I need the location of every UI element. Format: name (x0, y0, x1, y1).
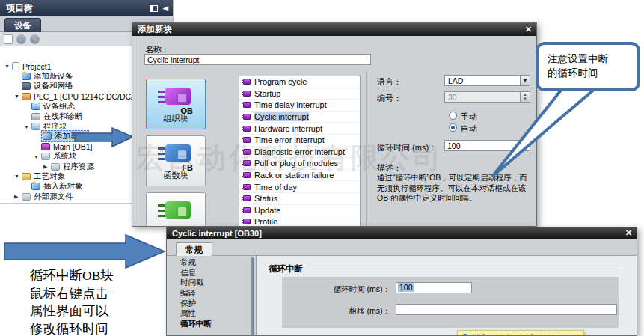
tab-devices[interactable]: 设备 (4, 18, 41, 32)
annotation-text: 循环中断OB块 鼠标右键点击 属性界面可以 修改循环时间 (30, 267, 114, 336)
language-select[interactable]: LAD ▼ (444, 75, 530, 86)
list-item[interactable]: Program cycle (239, 76, 360, 88)
expander-icon[interactable]: ▶ (43, 164, 51, 170)
split-view-icon[interactable] (150, 5, 158, 12)
nav-item-information[interactable]: 信息 (174, 268, 249, 278)
automatic-radio-label[interactable]: 自动 (461, 123, 477, 135)
screenshot-root: 项目树 ◀ 设备 ← → ▼Project1 添加新设备 设备和网络 ▼PLC_… (0, 0, 644, 336)
list-item-label: Time error interrupt (254, 135, 325, 144)
nav-item-timestamp[interactable]: 时间戳 (174, 278, 249, 288)
ob-mini-icon (243, 126, 251, 132)
list-item-label: Time of day (254, 183, 297, 192)
tree-item-label: PLC_1 [CPU 1214C DC/DC/DC] (34, 92, 147, 101)
list-item[interactable]: Status (239, 193, 360, 205)
close-icon[interactable]: ✕ (574, 332, 580, 336)
automatic-radio[interactable] (449, 123, 457, 132)
expander-icon[interactable]: ▼ (14, 94, 22, 99)
tab-general[interactable]: 常规 (176, 242, 212, 256)
ob-mini-icon (243, 79, 251, 85)
ob-type-list: Program cycle Startup Time delay interru… (239, 76, 361, 227)
ob-mini-icon (243, 114, 251, 120)
ob30-tabstrip: 常规 (167, 239, 637, 256)
description-label: 描述： (377, 162, 402, 174)
system-blocks-icon (41, 153, 50, 160)
ob-mini-icon (243, 207, 251, 213)
add-block-dialog-titlebar[interactable]: 添加新块 ✕ (132, 23, 536, 36)
cyclic-interrupt-section: 循环中断 循环时间 (ms)： 100 相移 (ms)： i ✕ 输入一个介于 … (256, 256, 637, 336)
ob-mini-icon (243, 195, 251, 201)
list-item[interactable]: Pull or plug of modules (239, 158, 360, 170)
ob-mini-icon (243, 160, 251, 166)
number-value: 30 (448, 93, 457, 102)
add-new-icon (22, 73, 31, 80)
cycle-time-input[interactable] (444, 140, 530, 151)
list-item[interactable]: Hardware interrupt (239, 123, 360, 135)
list-item[interactable]: Startup (239, 88, 360, 100)
manual-radio[interactable] (449, 112, 457, 120)
nav-item-compile[interactable]: 编译 (174, 288, 249, 299)
chevron-down-icon[interactable]: ▼ (520, 76, 530, 85)
expander-icon[interactable]: ▼ (24, 124, 31, 129)
list-item-label: Time delay interrupt (254, 100, 327, 109)
block-type-label: 函数块 (147, 170, 205, 181)
cycle-time-value: 100 (398, 283, 414, 292)
list-item-label: Program cycle (254, 77, 307, 86)
list-item-label: Pull or plug of modules (254, 159, 338, 168)
ob-mini-icon (243, 172, 251, 178)
list-item[interactable]: Time error interrupt (239, 135, 360, 147)
block-type-fb-button[interactable]: FB 函数块 (146, 135, 206, 186)
nav-item-general[interactable]: 常规 (174, 257, 249, 268)
expander-icon[interactable]: ▼ (14, 174, 22, 179)
manual-radio-label[interactable]: 手动 (461, 112, 477, 123)
ob-mini-icon (243, 102, 251, 108)
annotation-line: 属性界面可以 (30, 302, 114, 320)
program-resources-icon (51, 163, 60, 171)
collapse-panel-icon[interactable]: ◀ (163, 5, 168, 12)
nav-scrollbar[interactable] (251, 257, 254, 335)
ob-mini-icon (243, 149, 251, 155)
nav-item-attributes[interactable]: 属性 (174, 308, 249, 319)
block-type-fc-button[interactable] (146, 192, 206, 227)
list-item[interactable]: Diagnostic error interrupt (239, 147, 360, 159)
list-item[interactable]: Profile (239, 216, 360, 227)
list-item-label: Diagnostic error interrupt (254, 147, 345, 156)
block-type-ob-button[interactable]: OB 组织块 (146, 79, 206, 129)
list-item[interactable]: Rack or station failure (239, 170, 360, 182)
expander-icon[interactable]: ▼ (34, 154, 41, 159)
tooltip-line: 输入一个介于 1 和 60000 (473, 332, 580, 336)
tree-item-label: 系统块 (53, 151, 77, 162)
ob-mini-icon (243, 219, 251, 224)
list-item-label: Update (254, 206, 280, 215)
list-item[interactable]: Time of day (239, 181, 360, 193)
close-icon[interactable]: ✕ (523, 24, 534, 34)
close-icon[interactable]: ✕ (623, 227, 634, 238)
cycle-time-input[interactable]: 100 (396, 282, 472, 293)
list-item-label: Profile (254, 217, 277, 226)
ob-mini-icon (243, 137, 251, 143)
description-text: 通过“循环中断”OB，可以定期启动程序，而无须执行循环程序。可以在本对话框或在该… (377, 173, 528, 204)
external-sources-icon (22, 193, 31, 201)
back-icon[interactable]: ← (16, 34, 26, 44)
expander-icon[interactable]: ▶ (14, 194, 22, 200)
tree-item-label: 外部源文件 (34, 192, 73, 202)
forward-icon[interactable]: → (30, 34, 40, 44)
block-name-input[interactable] (144, 54, 371, 65)
ob30-dialog-titlebar[interactable]: Cyclic interrupt [OB30] ✕ (167, 227, 637, 239)
list-item-label: Startup (254, 89, 280, 98)
phase-shift-input[interactable] (396, 304, 617, 315)
project-icon (12, 62, 19, 70)
phase-shift-label: 相移 (ms)： (289, 306, 390, 317)
ob-mini-icon (243, 184, 251, 190)
tree-item-label: 在线和诊断 (43, 112, 83, 122)
add-block-dialog-title: 添加新块 (138, 25, 172, 34)
list-item-cyclic-interrupt[interactable]: Cyclic interrupt (239, 112, 360, 123)
expander-icon[interactable]: ▼ (4, 64, 12, 69)
nav-item-protection[interactable]: 保护 (174, 299, 249, 309)
list-item[interactable]: Update (239, 205, 360, 217)
language-label: 语言： (377, 76, 402, 88)
properties-pointer-arrow (0, 230, 168, 272)
list-item[interactable]: Time delay interrupt (239, 100, 360, 112)
ob-block-icon (41, 143, 50, 150)
nav-item-cyclic-interrupt[interactable]: 循环中断 (174, 319, 249, 329)
new-item-icon[interactable] (4, 34, 13, 44)
